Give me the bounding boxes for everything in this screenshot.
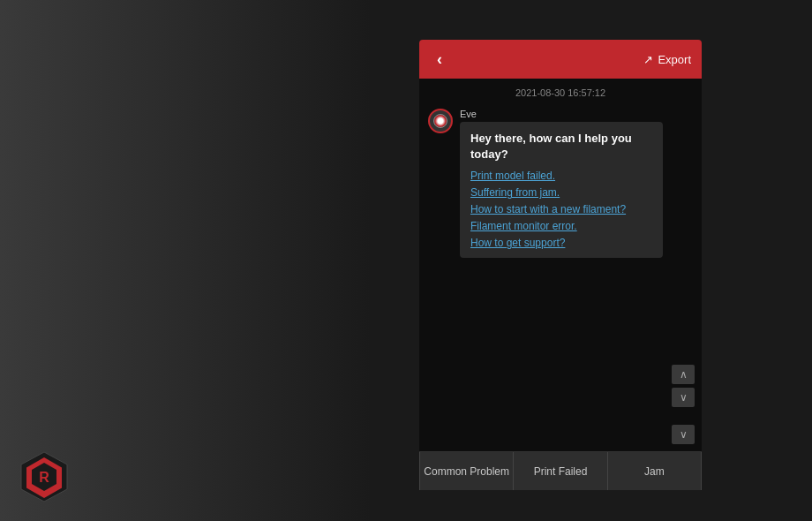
screen-frame: ‹ ↗ Export 2021-08-30 16:57:12 Eve Hey t… <box>419 40 702 490</box>
logo-svg: R <box>18 450 71 503</box>
greeting-text: Hey there, how can I help you today? <box>470 131 652 162</box>
header-bar: ‹ ↗ Export <box>419 40 702 79</box>
chat-area: 2021-08-30 16:57:12 Eve Hey there, how c… <box>419 79 702 451</box>
background-left <box>0 0 371 521</box>
message-row: Eve Hey there, how can I help you today?… <box>428 109 693 258</box>
chat-link-0[interactable]: Print model failed. <box>470 170 652 182</box>
export-button[interactable]: ↗ Export <box>643 53 691 66</box>
scroll-bottom-button[interactable]: ∨ <box>672 425 695 444</box>
scroll-buttons: ∧ ∨ <box>672 365 695 407</box>
logo-badge: R <box>18 450 71 503</box>
message-bubble: Hey there, how can I help you today? Pri… <box>460 122 663 258</box>
tab-print-failed[interactable]: Print Failed <box>514 452 607 490</box>
avatar-eye-icon <box>433 114 447 128</box>
export-label: Export <box>658 53 691 66</box>
export-icon: ↗ <box>643 53 653 66</box>
chat-link-2[interactable]: How to start with a new filament? <box>470 203 652 215</box>
chat-link-4[interactable]: How to get support? <box>470 237 652 249</box>
scroll-up-button[interactable]: ∧ <box>672 365 695 384</box>
tab-common-problem[interactable]: Common Problem <box>419 452 514 490</box>
message-container: Eve Hey there, how can I help you today?… <box>460 109 663 258</box>
bottom-tabs: Common Problem Print Failed Jam <box>419 451 702 490</box>
scroll-down-button[interactable]: ∨ <box>672 388 695 407</box>
chat-link-3[interactable]: Filament monitor error. <box>470 220 652 232</box>
svg-text:R: R <box>39 470 49 485</box>
avatar <box>428 109 453 133</box>
bot-name: Eve <box>460 109 663 119</box>
tab-jam[interactable]: Jam <box>608 452 702 490</box>
links-container: Print model failed.Suffering from jam.Ho… <box>470 170 652 249</box>
back-button[interactable]: ‹ <box>430 47 449 72</box>
chat-timestamp: 2021-08-30 16:57:12 <box>428 87 693 98</box>
chat-link-1[interactable]: Suffering from jam. <box>470 186 652 199</box>
